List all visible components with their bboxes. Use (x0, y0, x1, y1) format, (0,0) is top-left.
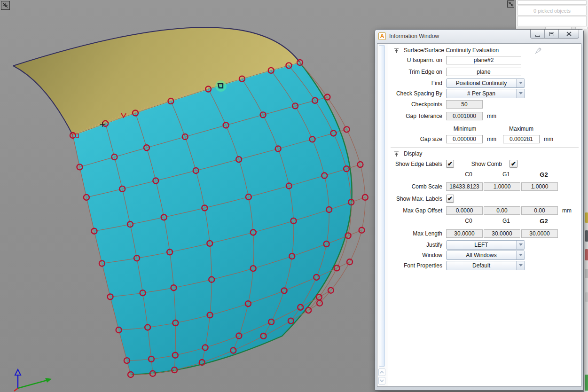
show-comb-checkbox[interactable]: ✔ (510, 160, 517, 168)
window-title: Information Window (389, 33, 439, 39)
taskbar-icon-green[interactable] (585, 375, 588, 391)
trim-edge-label: Trim Edge on (391, 69, 446, 75)
section-header-display[interactable]: Display (393, 149, 422, 158)
check-spacing-value: # Per Span (447, 89, 516, 98)
g2-header: G2 (525, 171, 563, 178)
justify-label: Justify (391, 242, 446, 248)
max-length-c0-field[interactable]: 30.0000 (446, 229, 483, 238)
gap-size-min-field[interactable]: 0.000000 (446, 135, 483, 143)
axis-triad (14, 369, 52, 391)
gap-size-max-unit: mm (544, 136, 553, 142)
u-isoparm-label: U Isoparm. on (391, 57, 446, 63)
max-length-g1-field[interactable]: 30.0000 (484, 229, 520, 238)
alias-app-icon: A (378, 32, 386, 40)
minimize-button[interactable] (531, 30, 545, 38)
taskbar-edge-strip (584, 29, 588, 392)
check-spacing-dropdown-button[interactable] (516, 89, 525, 98)
check-spacing-label: Check Spacing By (391, 90, 446, 97)
comb-scale-g2-field[interactable]: 1.0000 (521, 182, 558, 191)
max-gap-unit: mm (562, 207, 572, 214)
max-gap-offset-label: Max Gap Offset (391, 207, 446, 214)
close-button[interactable] (559, 30, 579, 38)
check-spacing-row: Check Spacing By # Per Span (391, 88, 580, 98)
section-title: Surface/Surface Continuity Evaluation (404, 47, 499, 54)
dropdown-arrow-icon (519, 92, 523, 94)
chevron-down-icon (380, 379, 384, 382)
taskbar-icon-red[interactable] (585, 249, 588, 260)
font-properties-dropdown[interactable]: Default (446, 261, 525, 270)
collapse-section-icon[interactable] (393, 151, 400, 157)
show-max-labels-checkbox[interactable]: ✔ (446, 195, 454, 203)
pick-panel-empty-field (517, 16, 587, 26)
u-isoparm-row: U Isoparm. on plane#2 (391, 55, 580, 65)
gap-size-max-field[interactable]: 0.000281 (503, 135, 540, 143)
pin-icon[interactable] (534, 47, 542, 55)
font-properties-dropdown-button[interactable] (516, 261, 525, 270)
find-dropdown[interactable]: Positional Continuity (446, 78, 525, 88)
comb-scale-c0-field[interactable]: 18433.8123 (446, 182, 483, 191)
find-value: Positional Continuity (447, 79, 516, 87)
gap-tolerance-label: Gap Tolerance (391, 113, 446, 119)
information-window-body: Surface/Surface Continuity Evaluation U … (377, 43, 581, 387)
scroll-up-button[interactable] (378, 368, 385, 376)
show-edge-labels-checkbox[interactable]: ✔ (446, 160, 454, 168)
section-header-continuity[interactable]: Surface/Surface Continuity Evaluation (393, 46, 499, 55)
checkpoints-label: Checkpoints (391, 101, 446, 108)
comb-scale-g1-field[interactable]: 1.0000 (484, 182, 520, 191)
window-dropdown[interactable]: All Windows (446, 251, 525, 260)
taskbar-icon-yellow[interactable] (585, 212, 588, 223)
checkpoints-field[interactable]: 50 (446, 100, 483, 109)
application-window: 0 picked objects A Information Window (0, 0, 588, 392)
c0-header: C0 (450, 171, 487, 178)
comb-scale-label: Comb Scale (391, 183, 446, 190)
maximize-button[interactable] (545, 30, 559, 38)
taskbar-icon-gray1[interactable] (585, 269, 588, 278)
checkpoints-row: Checkpoints 50 (391, 99, 580, 109)
max-gap-c0-field[interactable]: 0.0000 (446, 206, 483, 215)
max-length-g2-field[interactable]: 30.0000 (521, 229, 558, 238)
window-row: Window All Windows (391, 250, 580, 260)
trim-edge-row: Trim Edge on plane (391, 67, 580, 77)
taskbar-icon-dark[interactable] (585, 230, 588, 242)
justify-dropdown[interactable]: LEFT (446, 240, 525, 250)
max-gap-g2-field[interactable]: 0.00 (521, 206, 558, 215)
g2-header: G2 (525, 218, 563, 225)
dropdown-arrow-icon (519, 243, 523, 246)
minimum-label: Minimum (446, 125, 484, 132)
gap-tolerance-field[interactable]: 0.001000 (446, 112, 483, 120)
section-divider (391, 147, 579, 148)
dropdown-arrow-icon (519, 254, 523, 256)
minmax-header-row: Minimum Maximum (391, 124, 580, 133)
c0-header: C0 (450, 218, 487, 225)
justify-value: LEFT (447, 241, 516, 249)
minimize-icon (535, 35, 540, 37)
taskbar-icon-gray2[interactable] (585, 292, 588, 302)
maximum-label: Maximum (502, 125, 540, 132)
maximize-icon (549, 32, 554, 36)
scrollbar-thumb[interactable] (379, 45, 385, 367)
window-value: All Windows (447, 251, 516, 259)
find-row: Find Positional Continuity (391, 78, 580, 88)
find-dropdown-button[interactable] (516, 79, 525, 87)
show-labels-row: Show Edge Labels ✔ Show Comb ✔ (391, 159, 580, 169)
information-window-titlebar[interactable]: A Information Window (375, 30, 583, 43)
font-properties-row: Font Properties Default (391, 260, 580, 270)
chevron-up-icon (380, 371, 384, 374)
resize-view-icon-right[interactable] (507, 0, 514, 8)
max-length-row: Max Length 30.0000 30.0000 30.0000 (391, 228, 580, 238)
scroll-down-button[interactable] (378, 377, 385, 384)
collapse-section-icon[interactable] (393, 47, 400, 54)
resize-view-icon[interactable] (1, 1, 10, 10)
check-spacing-dropdown[interactable]: # Per Span (446, 89, 525, 98)
show-comb-label: Show Comb (454, 161, 506, 167)
u-isoparm-field[interactable]: plane#2 (446, 56, 521, 64)
gap-size-label: Gap size (391, 136, 446, 142)
dialog-scrollbar[interactable] (377, 44, 387, 386)
window-label: Window (391, 252, 446, 259)
justify-dropdown-button[interactable] (516, 241, 525, 249)
picked-objects-field: 0 picked objects (517, 6, 587, 16)
trim-edge-field[interactable]: plane (446, 68, 521, 76)
section-title: Display (404, 150, 422, 157)
max-gap-g1-field[interactable]: 0.00 (484, 206, 520, 215)
window-dropdown-button[interactable] (516, 251, 525, 259)
